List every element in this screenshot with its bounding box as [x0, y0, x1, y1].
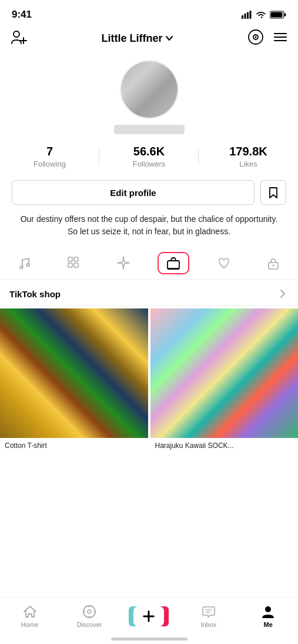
menu-button[interactable] — [272, 29, 289, 48]
tab-heart[interactable] — [209, 253, 239, 273]
svg-rect-22 — [168, 261, 179, 269]
nav-discover-label: Discover — [77, 621, 102, 628]
svg-rect-2 — [247, 12, 249, 19]
discover-icon — [82, 604, 97, 619]
svg-rect-1 — [245, 14, 246, 19]
tab-shop[interactable] — [158, 252, 189, 274]
avatar-image — [121, 61, 178, 118]
me-icon — [260, 604, 276, 619]
wifi-icon — [256, 11, 266, 19]
svg-point-27 — [88, 610, 91, 613]
lock-icon — [266, 255, 281, 271]
product-name-1: Cotton T-shirt — [0, 438, 148, 452]
nav-me[interactable]: Me — [252, 604, 284, 628]
svg-rect-5 — [271, 12, 283, 18]
bookmark-button[interactable] — [260, 180, 286, 205]
product-image-2 — [150, 308, 299, 438]
profile-section — [0, 54, 298, 134]
content-tabs — [0, 247, 298, 280]
followers-label: Followers — [133, 160, 166, 168]
svg-point-17 — [26, 264, 29, 267]
add-user-button[interactable] — [9, 28, 27, 48]
stat-following[interactable]: 7 Following — [0, 145, 99, 168]
avatar — [120, 60, 179, 119]
action-buttons: Edit profile — [0, 175, 298, 213]
likes-label: Likes — [239, 160, 257, 168]
signal-icon — [242, 11, 252, 19]
home-indicator — [111, 638, 187, 640]
edit-profile-button[interactable]: Edit profile — [12, 180, 255, 205]
svg-rect-3 — [250, 11, 252, 19]
product-image-1 — [0, 308, 148, 438]
status-time: 9:41 — [12, 9, 32, 21]
product-item-2[interactable]: Harajuku Kawaii SOCK... — [150, 308, 299, 452]
nav-discover[interactable]: Discover — [73, 604, 106, 628]
nav-home-label: Home — [21, 621, 38, 628]
header-action-icons — [247, 29, 289, 48]
svg-rect-21 — [74, 263, 78, 267]
bottom-nav: Home Discover — [0, 597, 298, 644]
battery-icon — [270, 11, 286, 19]
tab-sparkle[interactable] — [109, 253, 138, 273]
bookmark-icon — [267, 186, 280, 199]
eye-button[interactable] — [247, 29, 264, 48]
nav-create[interactable] — [133, 606, 165, 626]
product-item-1[interactable]: Cotton T-shirt — [0, 308, 148, 452]
music-icon — [17, 255, 32, 271]
svg-point-12 — [255, 36, 257, 38]
stat-likes[interactable]: 179.8K Likes — [199, 145, 298, 168]
svg-point-25 — [273, 265, 274, 267]
nav-home[interactable]: Home — [14, 604, 46, 628]
shop-bag-icon — [166, 255, 181, 271]
bio-text: Our destiny offers not the cup of despai… — [0, 213, 298, 247]
status-bar: 9:41 — [0, 0, 298, 26]
heart-icon — [216, 255, 232, 271]
nav-me-label: Me — [264, 621, 273, 628]
inbox-icon — [201, 604, 216, 619]
svg-point-16 — [20, 266, 23, 269]
following-count: 7 — [46, 145, 53, 158]
nav-inbox-label: Inbox — [200, 621, 216, 628]
stat-followers[interactable]: 56.6K Followers — [99, 145, 199, 168]
tab-lock[interactable] — [259, 253, 288, 273]
profile-header: Little Liffner — [0, 26, 298, 54]
plus-icon — [141, 609, 156, 624]
tab-grid[interactable] — [59, 253, 89, 273]
product-name-2: Harajuku Kawaii SOCK... — [150, 438, 299, 452]
tab-music[interactable] — [10, 253, 39, 273]
username-dropdown[interactable]: Little Liffner — [102, 32, 173, 45]
grid-icon — [66, 255, 82, 271]
home-icon — [22, 604, 38, 619]
svg-point-7 — [14, 31, 19, 37]
shop-section-title: TikTok shop — [9, 289, 61, 299]
svg-rect-18 — [68, 257, 72, 261]
svg-rect-19 — [74, 257, 78, 261]
shop-section-header[interactable]: TikTok shop — [0, 280, 298, 306]
username-placeholder — [114, 125, 185, 134]
status-icons — [242, 11, 286, 19]
svg-rect-20 — [68, 263, 72, 267]
profile-username: Little Liffner — [102, 32, 163, 45]
svg-rect-0 — [242, 15, 243, 19]
sparkle-icon — [116, 255, 131, 271]
dropdown-icon — [165, 34, 173, 42]
product-grid: Cotton T-shirt Harajuku Kawaii SOCK... — [0, 306, 298, 454]
following-label: Following — [34, 160, 66, 168]
nav-inbox[interactable]: Inbox — [192, 604, 225, 628]
stats-row: 7 Following 56.6K Followers 179.8K Likes — [0, 134, 298, 175]
likes-count: 179.8K — [229, 145, 267, 158]
followers-count: 56.6K — [133, 145, 165, 158]
chevron-right-icon — [277, 288, 289, 300]
svg-point-36 — [265, 606, 271, 612]
svg-rect-6 — [284, 14, 286, 16]
